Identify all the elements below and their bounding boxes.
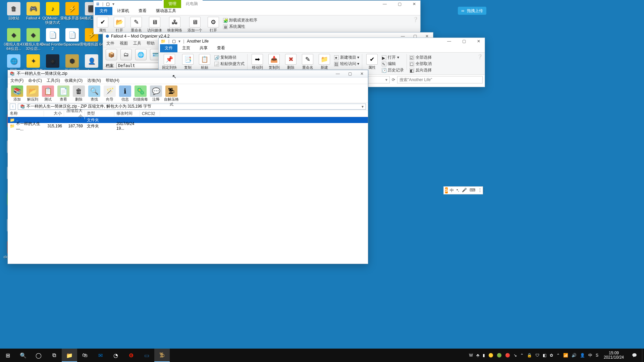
taskbar-start-button[interactable]: ⊞ [0, 349, 15, 362]
tray-icon[interactable]: 📶 [563, 353, 568, 358]
ribbon-button[interactable]: 📥复制到 [267, 54, 281, 70]
toolbar-button[interactable]: 🗂 [120, 49, 132, 60]
ribbon-tab[interactable]: 计算机 [112, 7, 134, 15]
toolbar-button[interactable]: 📦 [106, 49, 117, 60]
toolbar-button[interactable]: 🌐 [135, 49, 147, 60]
ime-toolbar[interactable]: S 中•,🎤⌨⋮⋮ [443, 186, 483, 194]
column-header[interactable]: 大小 [44, 111, 64, 116]
ime-button[interactable]: 中 [450, 188, 454, 193]
taskbar-winrar-button[interactable]: 🗜 [154, 349, 170, 362]
menu-item[interactable]: 选项(N) [87, 78, 101, 83]
close-button[interactable]: ✕ [356, 70, 368, 77]
maximize-button[interactable]: ▢ [458, 38, 470, 45]
refresh-button[interactable]: ⟳ [392, 77, 395, 82]
ribbon-tab[interactable]: 主页 [177, 44, 195, 52]
ribbon-button[interactable]: ⚙打开 [206, 17, 220, 33]
tray-icon[interactable]: W [469, 353, 473, 358]
help-icon[interactable]: ❔ [477, 54, 483, 59]
taskbar-store-button[interactable]: 🛍 [77, 349, 93, 362]
tray-icon[interactable]: 🟡 [488, 353, 493, 358]
menu-item[interactable]: 帮助(H) [106, 78, 119, 83]
close-button[interactable]: ✕ [473, 38, 485, 45]
tray-icon[interactable]: ⌃ [556, 353, 560, 358]
ime-button[interactable]: ⋮⋮ [478, 188, 486, 193]
ribbon-item[interactable]: 🖥系统属性 [223, 24, 257, 29]
help-icon[interactable]: ❔ [413, 17, 418, 22]
ribbon-tab[interactable]: 文件 [160, 44, 177, 52]
toolbar-button[interactable]: 📄查看 [56, 85, 71, 102]
maximize-button[interactable]: ▢ [393, 0, 406, 8]
ime-button[interactable]: •, [457, 188, 459, 193]
ribbon-item[interactable]: ☑全部选择 [410, 55, 432, 60]
ribbon-item[interactable]: ▶打开 ▾ [382, 55, 404, 60]
ribbon-tab[interactable]: 驱动器工具 [151, 7, 181, 15]
file-row[interactable]: 📁..文件夹 [8, 117, 368, 123]
ribbon-tab[interactable]: 查看 [212, 44, 230, 52]
ribbon-button[interactable]: 📁新建 [317, 54, 331, 70]
ribbon-button[interactable]: 📑复制 [181, 54, 195, 70]
search-input[interactable] [397, 76, 483, 83]
column-header[interactable]: 名称 [8, 111, 44, 116]
toolbar-button[interactable]: ℹ信息 [118, 85, 132, 102]
menu-item[interactable]: 视图 [120, 41, 128, 46]
tray-icon[interactable]: 🛡 [535, 353, 539, 358]
menu-item[interactable]: 工具(S) [47, 78, 60, 83]
ribbon-button[interactable]: ➡移动到 [250, 54, 264, 70]
tray-icon[interactable]: 🔒 [527, 353, 532, 358]
tray-icon[interactable]: ✿ [550, 353, 553, 358]
ribbon-item[interactable]: 🧩卸载或更改程序 [223, 17, 257, 23]
tray-icon[interactable]: 🔊 [572, 353, 577, 358]
ribbon-item[interactable]: ✎编辑 [382, 61, 404, 67]
toolbar-button[interactable]: 🦠扫描病毒 [133, 85, 148, 102]
toolbar-button[interactable]: 🪄向导 [102, 85, 117, 102]
column-header[interactable]: CRC32 [140, 111, 160, 116]
ime-button[interactable]: 🎤 [462, 188, 467, 193]
toolbar-button[interactable]: 🗑删除 [71, 85, 86, 102]
taskbar-app1-button[interactable]: ▭ [139, 349, 154, 362]
qat-check-icon[interactable]: ▢ [172, 39, 176, 44]
ribbon-button[interactable]: 📂打开 [112, 17, 126, 33]
taskbar-search-button[interactable]: 🔍 [15, 349, 31, 362]
toolbar-button[interactable]: 💬注释 [149, 85, 163, 102]
taskbar-clock[interactable]: 15:09 2021/10/24 [601, 351, 627, 360]
ribbon-item[interactable]: 🕑历史记录 [382, 67, 404, 73]
ribbon-button[interactable]: ✔属性 [96, 17, 110, 33]
qat-save-icon[interactable]: ▢ [106, 2, 110, 6]
ribbon-button[interactable]: 🖥添加一个 [186, 17, 204, 33]
close-button[interactable]: ✕ [408, 0, 420, 8]
ribbon-item[interactable]: ◧反向选择 [410, 67, 432, 73]
tray-icon[interactable]: ⌃ [520, 353, 524, 358]
toolbar-button[interactable]: 🔍查找 [87, 85, 102, 102]
toolbar-button[interactable]: 📂解压到 [25, 85, 40, 102]
tray-icon[interactable]: ▮ [483, 353, 485, 358]
ribbon-item[interactable]: ☐全部取消 [410, 61, 432, 67]
taskbar-netease-button[interactable]: ❻ [123, 349, 139, 362]
taskbar-steam-button[interactable]: ◔ [108, 349, 123, 362]
tray-icon[interactable]: 🟢 [497, 353, 502, 358]
taskbar[interactable]: ⊞🔍◯⧉📁🛍✉◔❻▭🗜 W⬘▮🟡🟢🔴↘⌃🔒🛡◧✿⌃📶🔊👤中S 15:09 202… [0, 349, 644, 362]
ribbon-item[interactable]: ⛓轻松访问 ▾ [334, 61, 359, 67]
toolbar-button[interactable]: 📋测试 [41, 85, 55, 102]
ribbon-button[interactable]: ✎重命名 [129, 17, 143, 33]
explorer-this-pc-window[interactable]: 🖥 | ▢ ▾ 管理 此电脑 — ▢ ✕ 文件计算机查看驱动器工具 ✔属性📂打开… [93, 0, 421, 31]
menu-item[interactable]: 收藏夹(O) [65, 78, 83, 83]
menu-item[interactable]: 帮助 [147, 41, 155, 46]
tray-icon[interactable]: ◧ [543, 353, 546, 358]
menu-item[interactable]: 工具 [133, 41, 141, 46]
minimize-button[interactable]: — [332, 70, 344, 77]
ribbon-item[interactable]: ✦新建项目 ▾ [334, 55, 359, 60]
ribbon-tab[interactable]: 共享 [195, 44, 212, 52]
qat-dropdown-icon[interactable]: ▾ [112, 2, 114, 6]
ime-button[interactable]: ⌨ [470, 188, 475, 193]
ribbon-button[interactable]: 📋粘贴 [198, 54, 212, 70]
ribbon-button[interactable]: ✖删除 [284, 54, 298, 70]
ribbon-button[interactable]: 🖧映射网络 [166, 17, 183, 33]
file-row[interactable]: 📁不一样的人生—...315,196187,769文件夹2017/9/24 19… [8, 123, 368, 129]
minimize-button[interactable]: — [379, 0, 391, 8]
show-desktop-button[interactable] [642, 349, 644, 362]
ribbon-item[interactable]: 🔗复制路径 [214, 55, 245, 60]
tray-icon[interactable]: S [596, 353, 598, 358]
tray-icon[interactable]: ↘ [514, 353, 517, 358]
ribbon-button[interactable]: 📌固定到快 [161, 54, 178, 70]
ribbon-button[interactable]: 🖥访问媒体 [146, 17, 163, 33]
